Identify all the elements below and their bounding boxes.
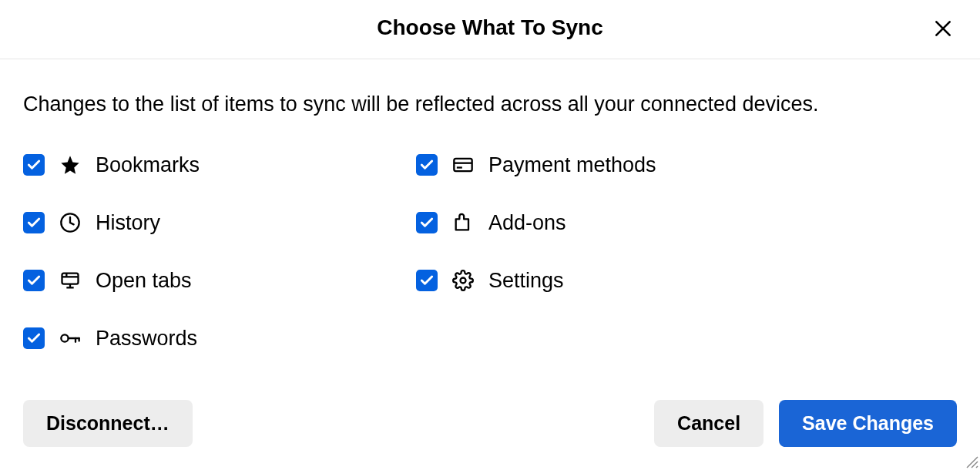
- resize-handle[interactable]: [965, 455, 978, 468]
- svg-line-18: [976, 466, 978, 468]
- checkbox-grid: Bookmarks Payment methods: [23, 153, 794, 351]
- puzzle-icon: [451, 211, 475, 234]
- save-button[interactable]: Save Changes: [779, 400, 957, 447]
- svg-point-11: [461, 278, 466, 284]
- svg-line-16: [967, 457, 978, 468]
- button-group-right: Cancel Save Changes: [654, 400, 957, 447]
- sync-item-addons: Add-ons: [416, 211, 794, 235]
- svg-point-12: [61, 335, 68, 342]
- svg-rect-6: [62, 274, 79, 284]
- gear-icon: [451, 269, 475, 292]
- sync-item-open-tabs: Open tabs: [23, 269, 401, 293]
- close-button[interactable]: [929, 15, 957, 43]
- checkbox-payment-methods[interactable]: [416, 154, 438, 176]
- label-passwords: Passwords: [96, 327, 197, 351]
- checkbox-history[interactable]: [23, 212, 45, 233]
- star-icon: [59, 153, 82, 176]
- sync-item-passwords: Passwords: [23, 327, 401, 351]
- sync-item-settings: Settings: [416, 269, 794, 293]
- checkbox-open-tabs[interactable]: [23, 270, 45, 291]
- checkbox-bookmarks[interactable]: [23, 154, 45, 176]
- sync-item-payment-methods: Payment methods: [416, 153, 794, 177]
- cancel-button[interactable]: Cancel: [654, 400, 764, 447]
- checkbox-passwords[interactable]: [23, 327, 45, 349]
- button-row: Disconnect… Cancel Save Changes: [0, 384, 980, 470]
- label-settings: Settings: [488, 269, 564, 293]
- sync-item-bookmarks: Bookmarks: [23, 153, 401, 177]
- dialog-title: Choose What To Sync: [23, 15, 957, 40]
- checkbox-settings[interactable]: [416, 270, 438, 291]
- label-payment-methods: Payment methods: [488, 153, 656, 177]
- credit-card-icon: [451, 153, 475, 176]
- label-bookmarks: Bookmarks: [96, 153, 200, 177]
- tabs-icon: [59, 269, 82, 292]
- dialog-body: Changes to the list of items to sync wil…: [0, 59, 980, 384]
- svg-rect-2: [454, 159, 472, 171]
- label-addons: Add-ons: [488, 211, 566, 235]
- clock-icon: [59, 211, 82, 234]
- checkbox-addons[interactable]: [416, 212, 438, 233]
- label-open-tabs: Open tabs: [96, 269, 192, 293]
- dialog-header: Choose What To Sync: [0, 0, 980, 59]
- disconnect-button[interactable]: Disconnect…: [23, 400, 193, 447]
- close-icon: [933, 18, 953, 41]
- key-icon: [59, 327, 82, 350]
- dialog-description: Changes to the list of items to sync wil…: [23, 90, 957, 119]
- label-history: History: [96, 211, 160, 235]
- sync-item-history: History: [23, 211, 401, 235]
- sync-dialog: Choose What To Sync Changes to the list …: [0, 0, 980, 470]
